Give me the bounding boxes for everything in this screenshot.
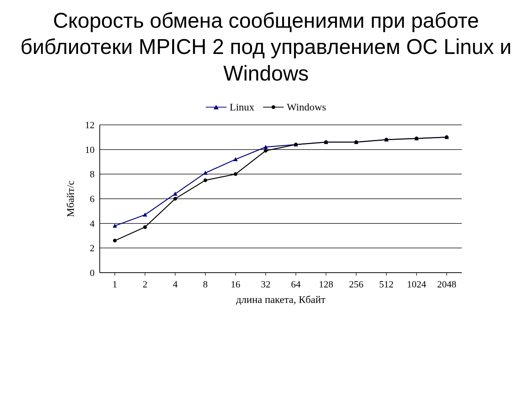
page-title: Скорость обмена сообщениями при работе б… xyxy=(15,7,517,86)
x-tick-label: 256 xyxy=(349,279,364,290)
y-axis-title: Мбайт/с xyxy=(65,180,76,217)
y-tick-label: 8 xyxy=(90,169,95,180)
chart: Linux Windows 02468101212481632641282565… xyxy=(59,101,473,310)
slide: Скорость обмена сообщениями при работе б… xyxy=(0,0,532,399)
circle-icon xyxy=(415,136,419,140)
x-tick-label: 16 xyxy=(231,279,241,290)
circle-icon xyxy=(294,143,298,146)
circle-icon xyxy=(264,149,267,153)
circle-icon xyxy=(385,138,388,141)
legend: Linux Windows xyxy=(59,101,473,113)
triangle-icon xyxy=(206,104,226,110)
legend-item-windows: Windows xyxy=(263,101,326,113)
y-tick-label: 6 xyxy=(90,194,95,204)
y-tick-label: 10 xyxy=(85,144,95,155)
circle-icon xyxy=(173,197,177,201)
x-axis-title: длина пакета, Кбайт xyxy=(236,294,325,305)
circle-icon xyxy=(354,140,358,144)
series-line-linux xyxy=(115,137,447,226)
circle-icon xyxy=(445,135,449,139)
svg-marker-0 xyxy=(214,105,219,109)
x-tick-label: 2048 xyxy=(437,279,456,290)
x-tick-label: 2 xyxy=(143,279,147,290)
y-tick-label: 2 xyxy=(90,243,95,253)
svg-point-1 xyxy=(272,105,275,109)
legend-item-linux: Linux xyxy=(206,101,254,113)
legend-label: Linux xyxy=(229,101,254,113)
circle-icon xyxy=(204,178,207,182)
circle-icon xyxy=(263,104,284,110)
y-tick-label: 4 xyxy=(90,218,95,229)
legend-label: Windows xyxy=(287,101,326,113)
triangle-icon xyxy=(203,171,208,175)
x-tick-label: 64 xyxy=(291,279,301,290)
circle-icon xyxy=(234,172,238,176)
chart-plot: 024681012124816326412825651210242048длин… xyxy=(59,117,473,310)
x-tick-label: 1024 xyxy=(407,279,426,290)
y-tick-label: 0 xyxy=(90,267,95,278)
circle-icon xyxy=(324,140,328,144)
circle-icon xyxy=(113,239,117,242)
x-tick-label: 8 xyxy=(203,279,208,290)
x-tick-label: 128 xyxy=(319,279,333,290)
series-line-windows xyxy=(115,137,447,241)
x-tick-label: 32 xyxy=(261,279,270,290)
y-tick-label: 12 xyxy=(85,120,95,130)
x-tick-label: 512 xyxy=(379,279,393,290)
x-tick-label: 1 xyxy=(112,279,117,290)
x-tick-label: 4 xyxy=(173,279,178,290)
circle-icon xyxy=(143,225,147,229)
